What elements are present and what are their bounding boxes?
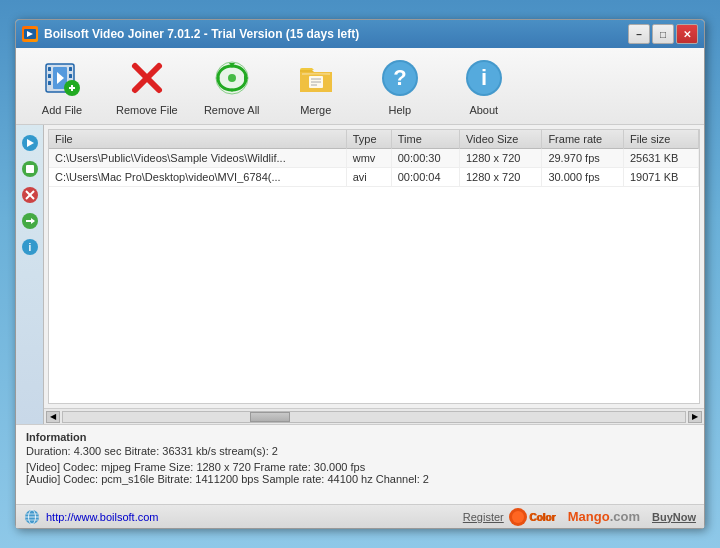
buynow-area: Color Color Mango.com — [508, 507, 640, 527]
merge-icon — [294, 56, 338, 100]
title-bar: Boilsoft Video Joiner 7.01.2 - Trial Ver… — [16, 20, 704, 48]
table-cell: 1280 x 720 — [459, 149, 541, 168]
status-url[interactable]: http://www.boilsoft.com — [46, 511, 159, 523]
app-icon — [22, 26, 38, 42]
info-line1: Duration: 4.300 sec Bitrate: 36331 kb/s … — [26, 445, 694, 457]
window-title: Boilsoft Video Joiner 7.01.2 - Trial Ver… — [44, 27, 359, 41]
remove-all-button[interactable]: Remove All — [202, 56, 262, 116]
sidebar-btn-5[interactable]: i — [20, 237, 40, 257]
svg-rect-5 — [48, 74, 51, 78]
status-bar: http://www.boilsoft.com Register Color C… — [16, 504, 704, 528]
buynow-button[interactable]: BuyNow — [652, 511, 696, 523]
table-header-row: File Type Time Video Size Frame rate Fil… — [49, 130, 699, 149]
info-line3: [Audio] Codec: pcm_s16le Bitrate: 141120… — [26, 473, 694, 485]
about-label: About — [469, 104, 498, 116]
table-cell: wmv — [346, 149, 391, 168]
merge-button[interactable]: Merge — [286, 56, 346, 116]
sidebar: i — [16, 125, 44, 424]
horizontal-scrollbar[interactable]: ◀ ▶ — [44, 408, 704, 424]
main-content: File Type Time Video Size Frame rate Fil… — [44, 125, 704, 424]
remove-file-button[interactable]: Remove File — [116, 56, 178, 116]
status-right: Register Color Color Mango.com BuyNow — [463, 507, 696, 527]
minimize-button[interactable]: – — [628, 24, 650, 44]
svg-point-20 — [228, 74, 236, 82]
svg-rect-14 — [71, 85, 73, 91]
table-cell: 30.000 fps — [542, 168, 624, 187]
table-cell: C:\Users\Public\Videos\Sample Videos\Wil… — [49, 149, 346, 168]
add-file-button[interactable]: Add File — [32, 56, 92, 116]
scroll-track[interactable] — [62, 411, 686, 423]
table-cell: 00:00:04 — [391, 168, 459, 187]
col-time: Time — [391, 130, 459, 149]
close-button[interactable]: ✕ — [676, 24, 698, 44]
globe-icon — [24, 509, 40, 525]
svg-rect-4 — [48, 67, 51, 71]
info-line2: [Video] Codec: mjpeg Frame Size: 1280 x … — [26, 461, 694, 473]
table-cell: 1280 x 720 — [459, 168, 541, 187]
col-file-size: File size — [624, 130, 699, 149]
scroll-thumb[interactable] — [250, 412, 290, 422]
title-bar-left: Boilsoft Video Joiner 7.01.2 - Trial Ver… — [22, 26, 359, 42]
remove-all-icon — [210, 56, 254, 100]
svg-point-49 — [512, 511, 524, 523]
svg-rect-6 — [48, 81, 51, 85]
buynow-text[interactable]: Mango.com — [568, 509, 640, 524]
title-buttons: – □ ✕ — [628, 24, 698, 44]
add-file-icon — [40, 56, 84, 100]
file-table-container: File Type Time Video Size Frame rate Fil… — [48, 129, 700, 404]
toolbar: Add File Remove File — [16, 48, 704, 125]
colormango-logo: Color Color — [508, 507, 568, 527]
svg-text:Color: Color — [529, 512, 555, 523]
about-button[interactable]: i About — [454, 56, 514, 116]
sidebar-btn-4[interactable] — [20, 211, 40, 231]
col-file: File — [49, 130, 346, 149]
sidebar-btn-1[interactable] — [20, 133, 40, 153]
info-title: Information — [26, 431, 694, 443]
scroll-right-arrow[interactable]: ▶ — [688, 411, 702, 423]
help-icon: ? — [378, 56, 422, 100]
svg-rect-8 — [69, 74, 72, 78]
svg-text:i: i — [481, 65, 487, 90]
help-button[interactable]: ? Help — [370, 56, 430, 116]
table-cell: C:\Users\Mac Pro\Desktop\video\MVI_6784(… — [49, 168, 346, 187]
content-area: i File Type Time Video Size Frame rate F… — [16, 125, 704, 424]
col-video-size: Video Size — [459, 130, 541, 149]
sidebar-btn-3[interactable] — [20, 185, 40, 205]
about-icon: i — [462, 56, 506, 100]
main-window: Boilsoft Video Joiner 7.01.2 - Trial Ver… — [15, 19, 705, 529]
svg-text:?: ? — [393, 65, 406, 90]
svg-rect-7 — [69, 67, 72, 71]
remove-file-icon — [125, 56, 169, 100]
table-cell: 29.970 fps — [542, 149, 624, 168]
table-cell: avi — [346, 168, 391, 187]
info-panel: Information Duration: 4.300 sec Bitrate:… — [16, 424, 704, 504]
table-cell: 25631 KB — [624, 149, 699, 168]
scroll-left-arrow[interactable]: ◀ — [46, 411, 60, 423]
remove-file-label: Remove File — [116, 104, 178, 116]
table-cell: 00:00:30 — [391, 149, 459, 168]
maximize-button[interactable]: □ — [652, 24, 674, 44]
table-row[interactable]: C:\Users\Mac Pro\Desktop\video\MVI_6784(… — [49, 168, 699, 187]
table-row[interactable]: C:\Users\Public\Videos\Sample Videos\Wil… — [49, 149, 699, 168]
file-table-body: C:\Users\Public\Videos\Sample Videos\Wil… — [49, 149, 699, 187]
add-file-label: Add File — [42, 104, 82, 116]
svg-rect-34 — [26, 165, 34, 173]
col-type: Type — [346, 130, 391, 149]
register-button[interactable]: Register — [463, 511, 504, 523]
remove-all-label: Remove All — [204, 104, 260, 116]
file-table: File Type Time Video Size Frame rate Fil… — [49, 130, 699, 187]
svg-text:i: i — [28, 242, 31, 253]
status-left: http://www.boilsoft.com — [24, 509, 159, 525]
merge-label: Merge — [300, 104, 331, 116]
help-label: Help — [388, 104, 411, 116]
table-cell: 19071 KB — [624, 168, 699, 187]
col-frame-rate: Frame rate — [542, 130, 624, 149]
sidebar-btn-2[interactable] — [20, 159, 40, 179]
